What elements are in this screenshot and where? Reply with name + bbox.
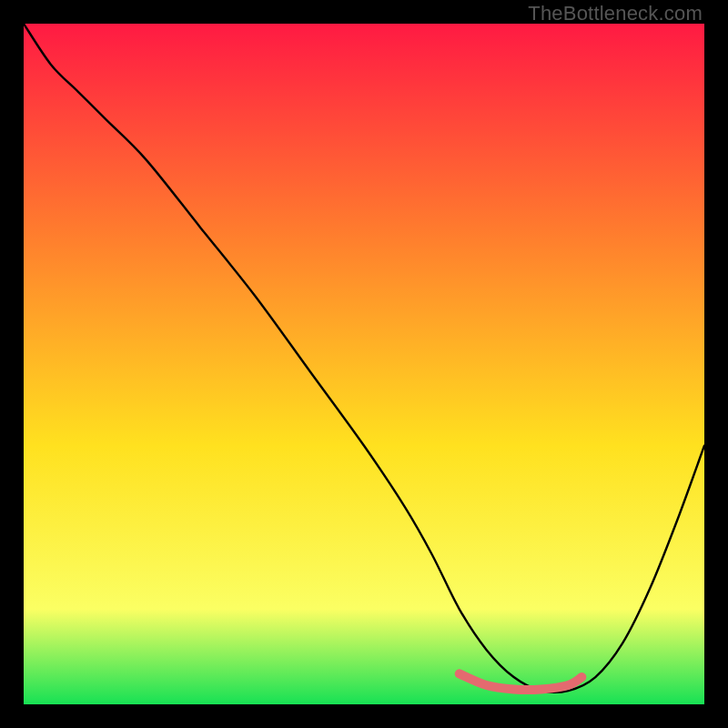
bottleneck-chart xyxy=(24,24,704,704)
chart-frame xyxy=(24,24,704,704)
gradient-background xyxy=(24,24,704,704)
watermark-text: TheBottleneck.com xyxy=(528,2,703,25)
